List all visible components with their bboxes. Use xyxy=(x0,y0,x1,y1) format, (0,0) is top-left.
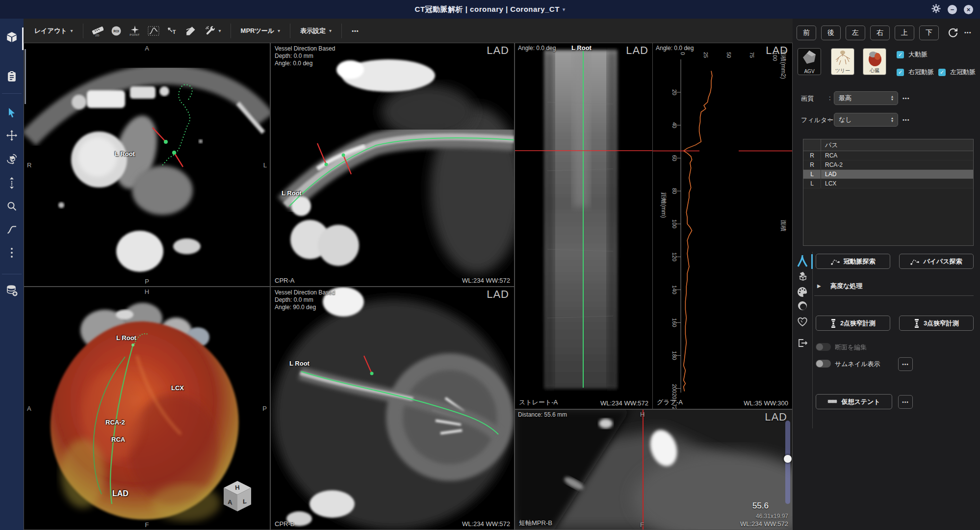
more-tools-icon[interactable] xyxy=(0,243,24,263)
viewport-cpr-a[interactable]: Vessel Direction BasedDepth: 0.0 mmAngle… xyxy=(270,43,515,287)
vessel-label-l-root: L Root xyxy=(116,334,136,342)
filter-dropdown[interactable]: なし ▴▾ xyxy=(834,113,898,127)
vessel-name-label: LAD xyxy=(487,288,509,301)
preset-thumbnail-heart[interactable]: 心臓 xyxy=(863,48,886,75)
stenosis-3pt-button[interactable]: 3点狭窄計測 xyxy=(899,316,974,331)
path-row-rca2[interactable]: RRCA-2 xyxy=(803,160,973,170)
viewport-cpr-b[interactable]: Vessel Direction BasedDepth: 0.0 mmAngle… xyxy=(270,287,515,530)
svg-text:120: 120 xyxy=(671,252,677,261)
clipboard-icon[interactable] xyxy=(0,67,24,86)
title-caret-icon[interactable]: ▾ xyxy=(563,6,566,13)
view-back-button[interactable]: 後 xyxy=(821,26,841,40)
settings-gear-icon[interactable] xyxy=(931,4,941,15)
edit-section-toggle[interactable] xyxy=(816,343,831,351)
view-front-button[interactable]: 前 xyxy=(797,26,816,40)
adjust-tools-icon[interactable]: ▾ xyxy=(200,21,226,41)
quality-more-button[interactable]: ••• xyxy=(903,95,910,101)
coronary-search-button[interactable]: 冠動脈探索 xyxy=(816,254,890,269)
path-row-lcx[interactable]: LLCX xyxy=(803,179,973,188)
svg-text:200: 200 xyxy=(671,384,677,393)
svg-text:100: 100 xyxy=(671,219,677,228)
viewport-scrollbar[interactable] xyxy=(25,49,26,104)
thumbnail-display-toggle[interactable] xyxy=(816,360,831,368)
display-settings-button[interactable]: 表示設定▾ xyxy=(295,24,336,38)
svg-text:50: 50 xyxy=(726,52,732,58)
viewport-name: グラフ-A xyxy=(657,398,683,407)
viewport-area-graph[interactable]: 20406080100120140160180200201.7202550751… xyxy=(652,43,793,409)
annotation-arrow-tool-icon[interactable]: T xyxy=(163,21,181,41)
ruler-2d-tool-icon[interactable]: 2D xyxy=(88,21,107,41)
viewport-grid: A R L P L Root xyxy=(24,43,793,530)
point-tool-icon[interactable]: POINT xyxy=(126,21,144,41)
right-coronary-checkbox[interactable]: ✓ xyxy=(897,69,904,76)
curve-roi-tool-icon[interactable] xyxy=(144,21,163,41)
layout-button[interactable]: レイアウト▾ xyxy=(29,24,78,38)
title-bar: CT冠動脈解析 | coronary | Coronary_CT ▾ − × xyxy=(0,0,980,19)
vessel-name-label: LAD xyxy=(766,44,788,57)
slider-thumb[interactable] xyxy=(784,455,792,463)
mpr-tools-button[interactable]: MPRツール▾ xyxy=(236,24,285,38)
stent-more-button[interactable]: ••• xyxy=(898,395,913,409)
heart-tab-icon[interactable] xyxy=(793,315,812,328)
close-button[interactable]: × xyxy=(964,5,973,14)
quality-dropdown[interactable]: 最高 ▴▾ xyxy=(834,91,898,105)
roi-tool-icon[interactable]: ROI xyxy=(107,21,126,41)
view-down-button[interactable]: 下 xyxy=(919,26,939,40)
view-right-button[interactable]: 右 xyxy=(870,26,890,40)
viewport-axial[interactable]: A R L P L Root xyxy=(24,43,270,287)
svg-text:距離(mm): 距離(mm) xyxy=(660,192,667,218)
view-up-button[interactable]: 上 xyxy=(895,26,914,40)
zoom-search-tool-icon[interactable] xyxy=(0,196,24,216)
svg-text:180: 180 xyxy=(671,351,677,360)
svg-text:0: 0 xyxy=(680,52,686,55)
expand-arrow-icon[interactable]: ▶ xyxy=(817,283,821,289)
vessel-name-label: LAD xyxy=(765,411,787,424)
svg-text:140: 140 xyxy=(671,285,677,294)
cube-3d-icon[interactable] xyxy=(0,27,24,47)
measurement-dimensions: 46.31x19.97 xyxy=(756,513,788,520)
toolbar-separator xyxy=(290,24,290,38)
left-coronary-checkbox[interactable]: ✓ xyxy=(938,69,946,76)
checkbox-row-rca: ✓ 右冠動脈 xyxy=(897,68,934,77)
rotate-3d-tool-icon[interactable] xyxy=(0,149,24,169)
pan-move-tool-icon[interactable] xyxy=(0,126,24,145)
export-tab-icon[interactable] xyxy=(793,336,812,350)
svg-text:ROI: ROI xyxy=(113,29,119,33)
virtual-stent-button[interactable]: 仮想ステント xyxy=(816,394,892,409)
coronary-vessel-tab-icon[interactable] xyxy=(793,254,812,268)
caret-down-icon: ▾ xyxy=(329,28,332,33)
palette-tab-icon[interactable] xyxy=(793,285,812,299)
database-add-icon[interactable] xyxy=(0,281,24,300)
svg-text:T: T xyxy=(172,29,176,35)
filter-colon: : xyxy=(829,116,831,123)
window-curve-tool-icon[interactable] xyxy=(0,220,24,239)
orientation-top: H xyxy=(145,288,149,295)
cube-export-tab-icon[interactable] xyxy=(793,270,812,284)
distance-slider[interactable] xyxy=(785,421,790,504)
view-more-button[interactable]: ••• xyxy=(964,29,972,35)
stenosis-2pt-button[interactable]: 2点狭窄計測 xyxy=(816,316,890,331)
aorta-checkbox[interactable]: ✓ xyxy=(897,51,904,58)
pen-edit-tool-icon[interactable] xyxy=(181,21,200,41)
thumbnail-more-button[interactable]: ••• xyxy=(898,357,913,371)
viewport-straight[interactable]: Angle: 0.0 deg L Root LAD ストレート-A WL:234… xyxy=(515,43,653,409)
svg-text:75: 75 xyxy=(749,52,755,58)
reset-view-icon[interactable] xyxy=(948,27,958,40)
preset-thumbnail-agv[interactable]: AGV xyxy=(798,48,821,75)
toolbar-separator xyxy=(231,24,231,38)
path-row-lad-selected[interactable]: LLAD xyxy=(803,170,973,179)
toolbar-more-button[interactable]: ••• xyxy=(347,25,364,37)
path-row-rca[interactable]: RRCA xyxy=(803,151,973,160)
minimize-button[interactable]: − xyxy=(948,5,957,14)
viewport-short-axis-mpr[interactable]: Distance: 55.6 mm H F LAD 短軸MPR-B WL:234… xyxy=(515,409,793,530)
section-divider xyxy=(814,295,974,296)
bypass-search-button[interactable]: バイパス探索 xyxy=(899,254,974,269)
sphere-tab-icon[interactable] xyxy=(793,299,812,313)
filter-more-button[interactable]: ••• xyxy=(903,117,910,123)
scroll-stack-tool-icon[interactable] xyxy=(0,173,24,193)
viewport-3d-volume[interactable]: H A L H A P F L Root LCX RCA-2 RCA LAD xyxy=(24,287,270,530)
preset-thumbnail-tree[interactable]: ツリー xyxy=(831,48,854,75)
advanced-processing-label[interactable]: 高度な処理 xyxy=(830,282,862,291)
view-left-button[interactable]: 左 xyxy=(846,26,865,40)
cursor-tool-icon[interactable] xyxy=(0,103,24,123)
